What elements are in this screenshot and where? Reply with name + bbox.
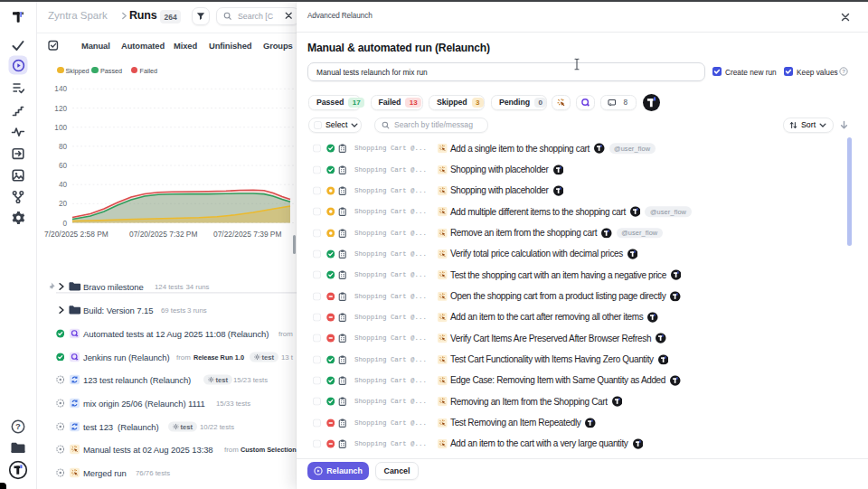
svg-text:07/22/2025 7:39 PM: 07/22/2025 7:39 PM (213, 230, 281, 239)
svg-text:100: 100 (54, 124, 67, 132)
svg-text:20: 20 (59, 200, 68, 208)
svg-text:60: 60 (59, 162, 68, 170)
svg-text:120: 120 (54, 105, 67, 113)
svg-text:0: 0 (62, 220, 67, 228)
svg-text:140: 140 (54, 85, 67, 93)
svg-text:40: 40 (59, 181, 68, 189)
svg-text:7/20/2025 2:58 PM: 7/20/2025 2:58 PM (44, 230, 108, 239)
svg-text:?: ? (842, 69, 845, 74)
svg-text:80: 80 (59, 143, 68, 151)
svg-text:?: ? (15, 421, 21, 431)
svg-text:07/20/2025 7:32 PM: 07/20/2025 7:32 PM (129, 230, 197, 239)
